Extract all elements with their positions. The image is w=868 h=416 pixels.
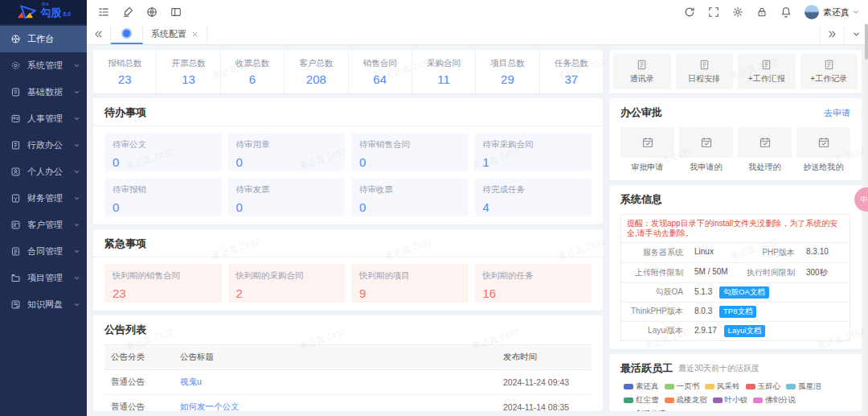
todo-cell[interactable]: 待审报销 0 bbox=[104, 178, 222, 216]
user-avatar[interactable] bbox=[805, 5, 819, 19]
sidebar-item-knowledge-drive[interactable]: 知识网盘 bbox=[0, 291, 87, 318]
legend-item[interactable]: 疏楼龙宿 bbox=[665, 395, 707, 406]
approval-action-icon bbox=[641, 136, 654, 149]
sidebar-item-customer-management[interactable]: 客户管理 bbox=[0, 212, 87, 238]
app-logo[interactable]: OA 勾股 5.0 bbox=[0, 0, 87, 24]
legend-item[interactable]: 叶小钗 bbox=[713, 395, 748, 406]
legend-item[interactable]: 剑子仙迹 bbox=[624, 409, 666, 411]
approval-action[interactable]: 审批申请 bbox=[620, 127, 674, 173]
docs-link-badge[interactable]: 勾股OA文档 bbox=[719, 286, 769, 299]
todo-cell-label: 待审报销 bbox=[113, 184, 214, 196]
todo-cell-value: 0 bbox=[359, 200, 461, 214]
sidebar-item-label: 客户管理 bbox=[27, 219, 63, 231]
legend-name: 剑子仙迹 bbox=[636, 409, 666, 411]
sidebar-item-personal-office[interactable]: 个人办公 bbox=[0, 159, 87, 185]
close-tab-icon[interactable] bbox=[191, 31, 199, 38]
legend-item[interactable]: 红尘雪 bbox=[624, 395, 659, 406]
todo-cell-value: 0 bbox=[359, 155, 461, 169]
stat-cell[interactable]: 任务总数 37 bbox=[540, 50, 603, 93]
todo-cell[interactable]: 待审用章 0 bbox=[228, 133, 346, 171]
todo-cell[interactable]: 待审公文 0 bbox=[104, 133, 222, 171]
quick-action-label: 日程安排 bbox=[688, 73, 720, 84]
urgent-cell-value: 23 bbox=[113, 286, 214, 300]
info-value: Linux bbox=[689, 243, 738, 263]
stat-cell[interactable]: 销售合同 64 bbox=[349, 50, 412, 93]
legend-item[interactable]: 玉辞心 bbox=[746, 381, 781, 392]
project-folder-icon bbox=[10, 273, 21, 283]
todo-cell[interactable]: 待完成任务 4 bbox=[475, 178, 592, 216]
user-menu-chevron-down-icon[interactable] bbox=[852, 8, 860, 16]
urgent-grid: 快到期的销售合同 23 快到期的采购合同 2 快到期的项目 9 bbox=[93, 257, 603, 311]
chevron-down-icon bbox=[73, 274, 80, 282]
docs-link-badge[interactable]: TP8文档 bbox=[719, 306, 756, 318]
fullscreen-icon[interactable] bbox=[702, 0, 726, 24]
layout-columns-icon[interactable] bbox=[164, 0, 188, 24]
refresh-icon[interactable] bbox=[678, 0, 702, 24]
urgent-cell[interactable]: 快到期的项目 9 bbox=[351, 264, 469, 303]
stat-cell[interactable]: 项目总数 29 bbox=[476, 50, 539, 93]
approval-action[interactable]: 抄送给我的 bbox=[796, 127, 850, 173]
approval-action-box[interactable] bbox=[796, 127, 850, 158]
quick-action-button[interactable]: +工作汇报 bbox=[738, 54, 796, 89]
legend-item[interactable]: 风采铃 bbox=[705, 381, 740, 392]
approval-action[interactable]: 我处理的 bbox=[738, 127, 792, 173]
left-column: 报销总数 23 开票总数 13 收票总数 6 客户总数 bbox=[93, 50, 603, 411]
stat-cell[interactable]: 开票总数 13 bbox=[157, 50, 220, 93]
go-apply-link[interactable]: 去申请 bbox=[824, 107, 850, 119]
sidebar-item-project-management[interactable]: 项目管理 bbox=[0, 265, 87, 291]
lock-screen-icon[interactable] bbox=[750, 0, 774, 24]
tab-home[interactable] bbox=[111, 24, 143, 44]
docs-link-badge[interactable]: Layui文档 bbox=[724, 325, 766, 337]
todo-cell[interactable]: 待审收票 0 bbox=[351, 178, 469, 216]
sidebar-item-contract-management[interactable]: 合同管理 bbox=[0, 238, 87, 265]
tab-system-config[interactable]: 系统配置 bbox=[143, 24, 207, 44]
approval-action-box[interactable] bbox=[679, 127, 733, 158]
legend-item[interactable]: 孤星泪 bbox=[786, 381, 821, 392]
legend-item[interactable]: 佛剑分说 bbox=[753, 395, 796, 406]
approval-action[interactable]: 我申请的 bbox=[679, 127, 733, 173]
urgent-cell[interactable]: 快到期的采购合同 2 bbox=[228, 264, 346, 303]
sidebar-item-finance-management[interactable]: 财务管理 bbox=[0, 185, 87, 212]
urgent-card-header: 紧急事项 bbox=[93, 229, 603, 257]
urgent-cell[interactable]: 快到期的销售合同 23 bbox=[104, 264, 222, 303]
stat-cell[interactable]: 报销总数 23 bbox=[93, 50, 157, 93]
clear-cache-brush-icon[interactable] bbox=[116, 0, 140, 24]
personal-doc-person-icon bbox=[10, 167, 21, 177]
todo-cell-value: 4 bbox=[483, 200, 584, 214]
right-column: 通讯录 日程安排 +工作汇报 +工作记录 bbox=[609, 50, 862, 411]
sidebar-item-base-data[interactable]: 基础数据 bbox=[0, 79, 87, 105]
hr-person-card-icon bbox=[10, 113, 21, 124]
sidebar-item-hr-management[interactable]: 人事管理 bbox=[0, 105, 87, 132]
tabs-scroll-right-button[interactable] bbox=[820, 24, 844, 44]
notifications-bell-icon[interactable] bbox=[774, 0, 798, 24]
approval-action-box[interactable] bbox=[738, 127, 792, 158]
urgent-cell[interactable]: 快到期的任务 16 bbox=[475, 264, 592, 303]
stat-cell[interactable]: 客户总数 208 bbox=[285, 50, 348, 93]
legend-item[interactable]: 一页书 bbox=[665, 381, 700, 392]
quick-action-button[interactable]: 通讯录 bbox=[613, 54, 671, 89]
todo-cell[interactable]: 待审发票 0 bbox=[228, 178, 346, 216]
collapse-menu-icon[interactable] bbox=[92, 0, 116, 24]
todo-cell[interactable]: 待审销售合同 0 bbox=[351, 133, 469, 171]
language-globe-icon[interactable] bbox=[140, 0, 164, 24]
quick-action-button[interactable]: 日程安排 bbox=[676, 54, 734, 89]
legend-item[interactable]: 素还真 bbox=[624, 381, 659, 392]
approval-card: 办公审批 去申请 审批申请 bbox=[609, 98, 862, 180]
settings-gear-icon[interactable] bbox=[726, 0, 750, 24]
info-key: 服务器系统 bbox=[621, 243, 689, 263]
stat-cell[interactable]: 收票总数 6 bbox=[221, 50, 285, 93]
tabs-scroll-left-button[interactable] bbox=[87, 24, 111, 44]
todo-cell[interactable]: 待审采购合同 1 bbox=[475, 133, 592, 171]
user-name[interactable]: 素还真 bbox=[823, 6, 850, 19]
sidebar-item-workbench[interactable]: 工作台 bbox=[0, 26, 87, 52]
announcement-title-link[interactable]: 视鬼u bbox=[180, 377, 202, 386]
stat-cell[interactable]: 采购合同 11 bbox=[412, 50, 476, 93]
todo-cell-value: 1 bbox=[483, 155, 584, 169]
sidebar-item-admin-office[interactable]: 行政办公 bbox=[0, 132, 87, 159]
approval-action-box[interactable] bbox=[620, 127, 674, 158]
sidebar-item-label: 财务管理 bbox=[27, 192, 63, 204]
announcement-title-link[interactable]: 如何发一个公文 bbox=[180, 402, 240, 411]
sidebar-item-system-management[interactable]: 系统管理 bbox=[0, 52, 87, 79]
quick-action-button[interactable]: +工作记录 bbox=[800, 54, 858, 89]
stat-value: 13 bbox=[182, 72, 195, 86]
